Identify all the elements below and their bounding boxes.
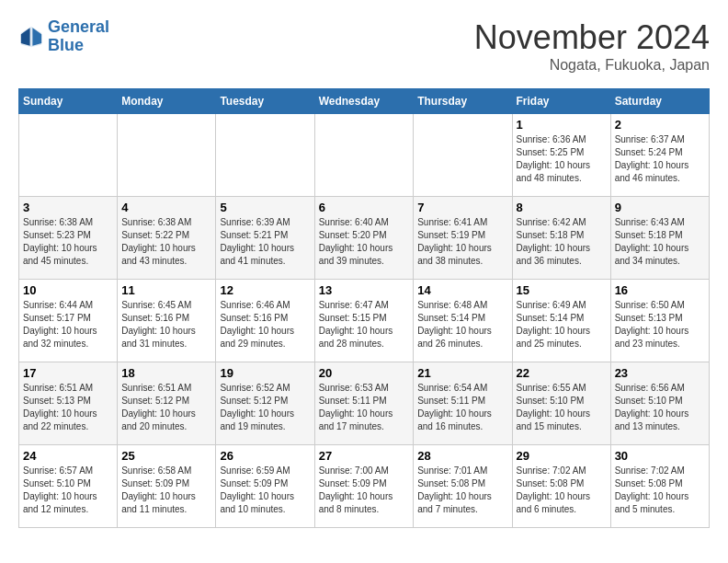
day-info: Sunrise: 6:37 AMSunset: 5:24 PMDaylight:… [615,133,705,185]
day-number: 5 [220,201,310,214]
calendar-cell: 9Sunrise: 6:43 AMSunset: 5:18 PMDaylight… [610,197,709,280]
weekday-header: Friday [512,89,610,114]
day-number: 19 [220,366,310,380]
day-info: Sunrise: 7:00 AMSunset: 5:09 PMDaylight:… [319,465,410,516]
day-number: 29 [517,449,607,463]
calendar-cell: 17Sunrise: 6:51 AMSunset: 5:13 PMDayligh… [19,362,118,445]
weekday-header: Tuesday [216,89,314,114]
calendar-week-row: 17Sunrise: 6:51 AMSunset: 5:13 PMDayligh… [19,362,710,445]
day-info: Sunrise: 6:43 AMSunset: 5:18 PMDaylight:… [615,216,705,268]
calendar-cell [314,114,414,197]
day-number: 11 [121,283,211,297]
day-number: 16 [615,283,705,297]
day-info: Sunrise: 6:51 AMSunset: 5:13 PMDaylight:… [23,382,113,433]
day-info: Sunrise: 6:57 AMSunset: 5:10 PMDaylight:… [23,465,113,516]
title-block: November 2024 Nogata, Fukuoka, Japan [474,18,710,74]
day-info: Sunrise: 6:45 AMSunset: 5:16 PMDaylight:… [121,299,211,350]
day-number: 28 [417,449,507,463]
day-info: Sunrise: 6:41 AMSunset: 5:19 PMDaylight:… [417,216,507,268]
calendar-cell: 4Sunrise: 6:38 AMSunset: 5:22 PMDaylight… [118,197,216,280]
weekday-header-row: SundayMondayTuesdayWednesdayThursdayFrid… [19,89,710,114]
calendar-cell: 25Sunrise: 6:58 AMSunset: 5:09 PMDayligh… [118,445,216,528]
day-number: 4 [121,201,211,214]
day-info: Sunrise: 6:42 AMSunset: 5:18 PMDaylight:… [517,216,607,268]
calendar-cell: 14Sunrise: 6:48 AMSunset: 5:14 PMDayligh… [414,280,512,362]
calendar-cell: 20Sunrise: 6:53 AMSunset: 5:11 PMDayligh… [314,362,414,445]
day-number: 7 [417,201,507,214]
calendar-cell: 19Sunrise: 6:52 AMSunset: 5:12 PMDayligh… [216,362,314,445]
day-info: Sunrise: 6:56 AMSunset: 5:10 PMDaylight:… [615,382,705,433]
calendar-cell: 16Sunrise: 6:50 AMSunset: 5:13 PMDayligh… [610,280,709,362]
calendar-cell: 28Sunrise: 7:01 AMSunset: 5:08 PMDayligh… [414,445,512,528]
calendar-cell [118,114,216,197]
weekday-header: Thursday [414,89,512,114]
day-info: Sunrise: 7:01 AMSunset: 5:08 PMDaylight:… [417,465,507,516]
weekday-header: Wednesday [314,89,414,114]
day-info: Sunrise: 6:59 AMSunset: 5:09 PMDaylight:… [220,465,310,516]
day-number: 30 [615,449,705,463]
logo-text: General Blue [48,18,109,55]
calendar-cell: 23Sunrise: 6:56 AMSunset: 5:10 PMDayligh… [610,362,709,445]
page-header: General Blue November 2024 Nogata, Fukuo… [18,18,710,74]
day-info: Sunrise: 6:52 AMSunset: 5:12 PMDaylight:… [220,382,310,433]
day-info: Sunrise: 6:36 AMSunset: 5:25 PMDaylight:… [517,133,607,185]
calendar-week-row: 1Sunrise: 6:36 AMSunset: 5:25 PMDaylight… [19,114,710,197]
calendar-cell: 11Sunrise: 6:45 AMSunset: 5:16 PMDayligh… [118,280,216,362]
calendar-cell [414,114,512,197]
day-number: 18 [121,366,211,380]
month-year-title: November 2024 [474,18,710,57]
day-number: 1 [517,118,607,132]
calendar-cell: 3Sunrise: 6:38 AMSunset: 5:23 PMDaylight… [19,197,118,280]
calendar-cell: 7Sunrise: 6:41 AMSunset: 5:19 PMDaylight… [414,197,512,280]
calendar-week-row: 10Sunrise: 6:44 AMSunset: 5:17 PMDayligh… [19,280,710,362]
day-number: 26 [220,449,310,463]
day-number: 12 [220,283,310,297]
calendar-cell: 29Sunrise: 7:02 AMSunset: 5:08 PMDayligh… [512,445,610,528]
day-info: Sunrise: 6:38 AMSunset: 5:22 PMDaylight:… [121,216,211,268]
day-info: Sunrise: 6:53 AMSunset: 5:11 PMDaylight:… [319,382,410,433]
calendar-cell: 24Sunrise: 6:57 AMSunset: 5:10 PMDayligh… [19,445,118,528]
day-number: 6 [319,201,410,214]
day-info: Sunrise: 6:55 AMSunset: 5:10 PMDaylight:… [517,382,607,433]
weekday-header: Sunday [19,89,118,114]
day-number: 17 [23,366,113,380]
day-number: 14 [417,283,507,297]
day-number: 15 [517,283,607,297]
day-info: Sunrise: 6:47 AMSunset: 5:15 PMDaylight:… [319,299,410,350]
weekday-header: Monday [118,89,216,114]
day-info: Sunrise: 6:48 AMSunset: 5:14 PMDaylight:… [417,299,507,350]
calendar-cell: 22Sunrise: 6:55 AMSunset: 5:10 PMDayligh… [512,362,610,445]
calendar-cell: 30Sunrise: 7:02 AMSunset: 5:08 PMDayligh… [610,445,709,528]
logo: General Blue [18,18,109,55]
day-info: Sunrise: 6:38 AMSunset: 5:23 PMDaylight:… [23,216,113,268]
day-number: 24 [23,449,113,463]
calendar-week-row: 24Sunrise: 6:57 AMSunset: 5:10 PMDayligh… [19,445,710,528]
calendar-table: SundayMondayTuesdayWednesdayThursdayFrid… [18,88,710,528]
calendar-cell: 26Sunrise: 6:59 AMSunset: 5:09 PMDayligh… [216,445,314,528]
day-number: 27 [319,449,410,463]
day-number: 8 [517,201,607,214]
calendar-cell: 5Sunrise: 6:39 AMSunset: 5:21 PMDaylight… [216,197,314,280]
location-subtitle: Nogata, Fukuoka, Japan [474,57,710,74]
calendar-cell: 8Sunrise: 6:42 AMSunset: 5:18 PMDaylight… [512,197,610,280]
day-number: 25 [121,449,211,463]
calendar-cell [216,114,314,197]
calendar-cell: 15Sunrise: 6:49 AMSunset: 5:14 PMDayligh… [512,280,610,362]
day-number: 2 [615,118,705,132]
day-number: 3 [23,201,113,214]
calendar-cell: 1Sunrise: 6:36 AMSunset: 5:25 PMDaylight… [512,114,610,197]
calendar-cell: 18Sunrise: 6:51 AMSunset: 5:12 PMDayligh… [118,362,216,445]
day-number: 13 [319,283,410,297]
calendar-cell: 27Sunrise: 7:00 AMSunset: 5:09 PMDayligh… [314,445,414,528]
day-info: Sunrise: 6:54 AMSunset: 5:11 PMDaylight:… [417,382,507,433]
day-number: 20 [319,366,410,380]
day-info: Sunrise: 6:40 AMSunset: 5:20 PMDaylight:… [319,216,410,268]
day-info: Sunrise: 6:44 AMSunset: 5:17 PMDaylight:… [23,299,113,350]
calendar-cell: 2Sunrise: 6:37 AMSunset: 5:24 PMDaylight… [610,114,709,197]
day-info: Sunrise: 6:51 AMSunset: 5:12 PMDaylight:… [121,382,211,433]
day-info: Sunrise: 7:02 AMSunset: 5:08 PMDaylight:… [615,465,705,516]
day-info: Sunrise: 6:58 AMSunset: 5:09 PMDaylight:… [121,465,211,516]
calendar-cell: 13Sunrise: 6:47 AMSunset: 5:15 PMDayligh… [314,280,414,362]
day-info: Sunrise: 7:02 AMSunset: 5:08 PMDaylight:… [517,465,607,516]
day-info: Sunrise: 6:39 AMSunset: 5:21 PMDaylight:… [220,216,310,268]
